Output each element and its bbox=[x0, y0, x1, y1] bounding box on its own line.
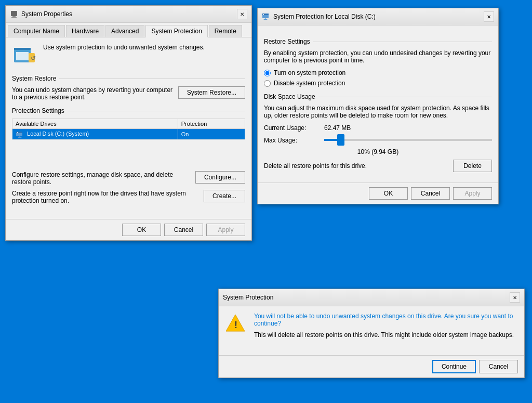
slider-value-display: 10% (9.94 GB) bbox=[264, 148, 492, 155]
delete-button[interactable]: Delete bbox=[453, 160, 492, 172]
warning-dialog-button-bar: Continue Cancel bbox=[219, 355, 524, 378]
disk-dialog-ok-button[interactable]: OK bbox=[369, 187, 408, 200]
restore-settings-header: Restore Settings bbox=[264, 38, 492, 45]
system-properties-ok-button[interactable]: OK bbox=[122, 224, 161, 236]
disk-dialog-title: System Protection for Local Disk (C:) bbox=[273, 13, 376, 20]
disk-dialog-icon bbox=[262, 12, 270, 21]
system-restore-text: You can undo system changes by reverting… bbox=[12, 86, 174, 101]
protection-settings-header: Protection Settings bbox=[12, 107, 245, 114]
system-properties-apply-button[interactable]: Apply bbox=[206, 224, 245, 236]
drive-cell: Local Disk (C:) (System) bbox=[12, 129, 178, 140]
warning-dialog-title-bar: System Protection ✕ bbox=[219, 289, 524, 306]
system-properties-description: Use system protection to undo unwanted s… bbox=[43, 44, 205, 51]
system-properties-button-bar: OK Cancel Apply bbox=[6, 219, 251, 240]
warning-continue-button[interactable]: Continue bbox=[432, 360, 476, 373]
tab-computer-name[interactable]: Computer Name bbox=[8, 25, 65, 37]
svg-text:↺: ↺ bbox=[31, 55, 36, 62]
configure-text: Configure restore settings, manage disk … bbox=[12, 171, 191, 186]
svg-rect-4 bbox=[14, 48, 31, 50]
disk-dialog-content: Restore Settings By enabling system prot… bbox=[258, 25, 498, 178]
protection-cell: On bbox=[178, 129, 245, 140]
turn-on-protection-label: Turn on system protection bbox=[274, 69, 345, 76]
current-usage-row: Current Usage: 62.47 MB bbox=[264, 124, 492, 132]
warning-dialog-close-button[interactable]: ✕ bbox=[510, 292, 520, 303]
disk-space-description: You can adjust the maximum disk space us… bbox=[264, 105, 492, 119]
max-usage-row: Max Usage: bbox=[264, 135, 492, 146]
warning-heading: You will not be able to undo unwanted sy… bbox=[254, 313, 518, 327]
tab-remote[interactable]: Remote bbox=[209, 25, 242, 37]
restore-settings-description: By enabling system protection, you can u… bbox=[264, 49, 492, 64]
max-usage-slider-container bbox=[324, 135, 492, 146]
protection-radio-group: Turn on system protection Disable system… bbox=[264, 69, 492, 87]
system-properties-title-bar: System Properties ✕ bbox=[6, 6, 251, 23]
system-properties-close-button[interactable]: ✕ bbox=[237, 9, 247, 19]
disk-dialog-cancel-button[interactable]: Cancel bbox=[411, 187, 450, 200]
svg-point-10 bbox=[17, 132, 18, 133]
warning-dialog-content: ! You will not be able to undo unwanted … bbox=[219, 306, 524, 351]
system-properties-tab-bar: Computer Name Hardware Advanced System P… bbox=[6, 23, 251, 37]
svg-point-13 bbox=[263, 14, 264, 15]
drive-icon bbox=[16, 131, 24, 138]
system-properties-cancel-button[interactable]: Cancel bbox=[164, 224, 203, 236]
system-protection-icon: ↺ bbox=[12, 44, 37, 69]
warning-cancel-button[interactable]: Cancel bbox=[479, 360, 518, 373]
svg-rect-1 bbox=[12, 16, 16, 17]
svg-rect-0 bbox=[11, 11, 17, 16]
max-usage-label: Max Usage: bbox=[264, 137, 316, 144]
svg-rect-5 bbox=[16, 52, 29, 60]
svg-text:!: ! bbox=[234, 320, 237, 330]
slider-track bbox=[324, 139, 492, 141]
drives-table: Available Drives Protection Local Disk (… bbox=[12, 119, 245, 140]
create-button[interactable]: Create... bbox=[204, 190, 245, 202]
svg-rect-9 bbox=[16, 132, 22, 133]
drives-col-header: Available Drives bbox=[12, 119, 178, 129]
tab-system-protection[interactable]: System Protection bbox=[145, 25, 207, 37]
tab-hardware[interactable]: Hardware bbox=[66, 25, 104, 37]
warning-body: This will delete all restore points on t… bbox=[254, 331, 518, 339]
create-text: Create a restore point right now for the… bbox=[12, 190, 200, 204]
disk-dialog-title-bar: System Protection for Local Disk (C:) ✕ bbox=[258, 8, 498, 25]
delete-row: Delete all restore points for this drive… bbox=[264, 160, 492, 172]
system-properties-content: ↺ Use system protection to undo unwanted… bbox=[6, 37, 251, 215]
system-restore-button[interactable]: System Restore... bbox=[178, 86, 245, 99]
disable-protection-label: Disable system protection bbox=[274, 80, 345, 87]
system-protection-disk-dialog: System Protection for Local Disk (C:) ✕ … bbox=[257, 8, 499, 204]
system-properties-dialog: System Properties ✕ Computer Name Hardwa… bbox=[5, 5, 252, 241]
tab-advanced[interactable]: Advanced bbox=[105, 25, 144, 37]
table-row[interactable]: Local Disk (C:) (System) On bbox=[12, 129, 245, 140]
protection-col-header: Protection bbox=[178, 119, 245, 129]
current-usage-value: 62.47 MB bbox=[324, 124, 492, 132]
turn-on-protection-option[interactable]: Turn on system protection bbox=[264, 69, 492, 76]
disk-dialog-apply-button[interactable]: Apply bbox=[453, 187, 492, 200]
turn-on-protection-radio[interactable] bbox=[264, 70, 271, 76]
slider-thumb[interactable] bbox=[337, 134, 344, 146]
disk-dialog-close-button[interactable]: ✕ bbox=[484, 11, 494, 22]
description-row: ↺ Use system protection to undo unwanted… bbox=[12, 44, 245, 69]
system-restore-header: System Restore bbox=[12, 75, 245, 82]
disk-dialog-button-bar: OK Cancel Apply bbox=[258, 183, 498, 204]
disable-protection-radio[interactable] bbox=[264, 80, 271, 87]
system-properties-icon bbox=[10, 10, 18, 18]
warning-dialog-title: System Protection bbox=[223, 294, 273, 301]
warning-icon: ! bbox=[225, 313, 246, 333]
warning-dialog: System Protection ✕ ! You will not be ab… bbox=[218, 289, 525, 378]
disk-space-header: Disk Space Usage bbox=[264, 93, 492, 100]
configure-button[interactable]: Configure... bbox=[195, 171, 245, 184]
disable-protection-option[interactable]: Disable system protection bbox=[264, 80, 492, 87]
current-usage-label: Current Usage: bbox=[264, 124, 316, 132]
svg-rect-2 bbox=[11, 17, 17, 18]
system-properties-title: System Properties bbox=[21, 10, 72, 18]
delete-text: Delete all restore points for this drive… bbox=[264, 162, 367, 170]
